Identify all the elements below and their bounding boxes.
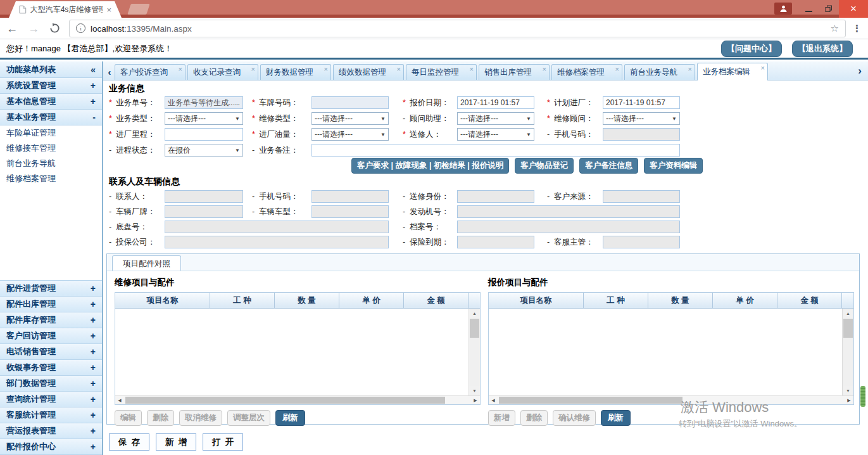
minimize-button[interactable]	[798, 0, 819, 18]
expand-icon[interactable]: +	[91, 426, 96, 436]
btn-delete-right[interactable]: 删除	[520, 410, 548, 426]
sidebar-item-insurance-docs[interactable]: 车险单证管理	[0, 125, 102, 141]
sidebar-group-parts-inventory[interactable]: 配件库存管理+	[0, 312, 102, 328]
back-icon[interactable]	[6, 23, 18, 34]
sidebar-group-parts-purchase[interactable]: 配件进货管理+	[0, 281, 102, 297]
vehicle-brand-input[interactable]	[165, 205, 243, 218]
plan-in-date-input[interactable]	[603, 96, 680, 109]
sender-select[interactable]: ---请选择---	[457, 128, 534, 141]
btn-customer-profile-edit[interactable]: 客户资料编辑	[644, 158, 703, 174]
repair-advisor-select[interactable]: ---请选择---	[603, 112, 680, 125]
btn-confirm-repair[interactable]: 确认维修	[553, 410, 596, 426]
forward-icon[interactable]	[28, 23, 39, 34]
horizontal-scrollbar[interactable]	[115, 395, 480, 404]
tab-close-icon[interactable]: ×	[179, 66, 182, 72]
scrollbar-thumb[interactable]	[125, 397, 445, 404]
sidebar-group-cs-stats[interactable]: 客服统计管理+	[0, 407, 102, 423]
tab-close-icon[interactable]: ×	[397, 66, 401, 72]
tab-daily-monitor[interactable]: 每日监控管理×	[406, 64, 477, 80]
info-icon[interactable]: i	[76, 23, 85, 33]
sidebar-group-customer-followup[interactable]: 客户回访管理+	[0, 328, 102, 344]
open-button[interactable]: 打 开	[203, 433, 243, 451]
btn-add[interactable]: 新增	[488, 410, 515, 426]
tab-close-icon[interactable]: ×	[106, 5, 111, 15]
btn-adjust-level[interactable]: 调整层次	[227, 410, 270, 426]
scrollbar-thumb[interactable]	[499, 397, 682, 404]
horizontal-scrollbar[interactable]	[489, 395, 853, 404]
collapse-icon[interactable]: «	[91, 65, 96, 75]
expand-icon[interactable]: +	[91, 378, 96, 388]
insurance-due-input[interactable]	[457, 236, 534, 248]
business-note-input[interactable]	[311, 144, 680, 157]
tab-finance-data[interactable]: 财务数据管理×	[260, 64, 331, 80]
scroll-right-icon[interactable]	[471, 396, 480, 404]
new-tab-button[interactable]	[127, 4, 150, 15]
scroll-up-icon[interactable]	[843, 309, 853, 318]
bookmark-star-icon[interactable]	[831, 23, 839, 34]
sidebar-group-telesales[interactable]: 电话销售管理+	[0, 344, 102, 360]
tab-close-icon[interactable]: ×	[324, 66, 328, 72]
vehicle-model-input[interactable]	[311, 205, 389, 218]
progress-status-select[interactable]: 在报价	[165, 144, 243, 157]
btn-edit[interactable]: 编辑	[115, 410, 142, 426]
btn-customer-requirements[interactable]: 客户要求 | 故障现象 | 初检结果 | 报价说明	[351, 158, 509, 174]
page-scrollbar-thumb[interactable]	[860, 386, 865, 407]
tab-close-icon[interactable]: ×	[688, 66, 692, 72]
profile-icon[interactable]	[774, 3, 792, 15]
new-button[interactable]: 新 增	[156, 433, 196, 451]
sidebar-group-system-settings[interactable]: 系统设置管理 +	[0, 78, 102, 94]
expand-icon[interactable]: +	[91, 299, 96, 309]
btn-customer-items[interactable]: 客户物品登记	[515, 158, 574, 174]
expand-icon[interactable]: +	[91, 283, 96, 293]
contact-mobile-input[interactable]	[311, 190, 389, 203]
mobile-input[interactable]	[603, 128, 680, 141]
repair-type-select[interactable]: ---请选择---	[311, 112, 389, 125]
expand-icon[interactable]: +	[91, 347, 96, 357]
tab-item-parts-compare[interactable]: 项目配件对照	[112, 255, 181, 271]
scroll-left-icon[interactable]	[115, 396, 124, 404]
customer-source-input[interactable]	[603, 190, 680, 203]
tab-customer-complaints[interactable]: 客户投诉查询×	[115, 64, 186, 80]
sidebar-item-front-desk-nav[interactable]: 前台业务导航	[0, 156, 102, 171]
scroll-down-icon[interactable]	[843, 386, 853, 395]
tab-front-desk-nav[interactable]: 前台业务导航×	[624, 64, 695, 80]
tab-close-icon[interactable]: ×	[615, 66, 619, 72]
insurer-input[interactable]	[165, 236, 389, 248]
scrollbar-thumb[interactable]	[470, 319, 479, 338]
btn-refresh-right[interactable]: 刷新	[601, 410, 631, 426]
engine-no-input[interactable]	[457, 205, 680, 218]
tab-scroll-right-icon[interactable]: ›	[855, 65, 865, 80]
collapse-minus-icon[interactable]: -	[92, 112, 96, 122]
expand-icon[interactable]: +	[91, 362, 96, 373]
tab-income-expense[interactable]: 收支记录查询×	[187, 64, 258, 80]
plate-no-input[interactable]	[311, 96, 389, 109]
vertical-scrollbar[interactable]	[842, 309, 853, 395]
tab-close-icon[interactable]: ×	[470, 66, 474, 72]
scroll-right-icon[interactable]	[845, 396, 853, 404]
cs-manager-input[interactable]	[603, 236, 680, 248]
sidebar-group-operation-reports[interactable]: 营运报表管理+	[0, 423, 102, 439]
tab-close-icon[interactable]: ×	[761, 65, 765, 71]
btn-cancel-repair[interactable]: 取消维修	[179, 410, 222, 426]
sidebar-group-department-data[interactable]: 部门数据管理+	[0, 376, 102, 392]
mileage-input[interactable]	[165, 128, 243, 141]
btn-customer-notes[interactable]: 客户备注信息	[579, 158, 638, 174]
fuel-level-select[interactable]: ---请选择---	[311, 128, 389, 141]
url-bar[interactable]: i localhost:13395/Main.aspx	[69, 20, 846, 37]
expand-icon[interactable]: +	[91, 315, 96, 325]
restore-button[interactable]	[819, 0, 839, 18]
btn-delete-left[interactable]: 删除	[147, 410, 174, 426]
sidebar-item-repair-reception[interactable]: 维修接车管理	[0, 141, 102, 156]
expand-icon[interactable]: +	[91, 442, 96, 452]
expand-icon[interactable]: +	[91, 80, 96, 91]
order-no-input[interactable]	[165, 96, 243, 109]
scroll-left-icon[interactable]	[489, 396, 498, 404]
sidebar-group-basic-business[interactable]: 基本业务管理 -	[0, 110, 102, 125]
scroll-down-icon[interactable]	[469, 386, 480, 395]
scroll-up-icon[interactable]	[469, 309, 480, 318]
contact-name-input[interactable]	[165, 190, 243, 203]
expand-icon[interactable]: +	[91, 96, 96, 106]
scrollbar-thumb[interactable]	[843, 319, 853, 338]
tab-repair-archives[interactable]: 维修档案管理×	[551, 64, 622, 80]
expand-icon[interactable]: +	[91, 394, 96, 404]
